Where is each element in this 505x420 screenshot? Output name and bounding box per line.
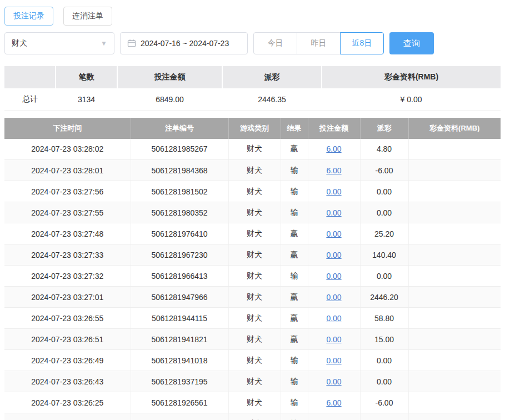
cell-game: 财犬	[228, 202, 281, 223]
bet-amount-link[interactable]: 0.00	[326, 377, 341, 386]
cell-payout: 0.00	[360, 350, 408, 371]
table-row: 2024-07-23 03:27:56 5061281981502 财犬 输 0…	[4, 181, 501, 202]
cell-bonus	[408, 413, 501, 420]
cell-result: 赢	[281, 223, 308, 244]
cell-payout: 0.00	[360, 202, 408, 223]
cell-payout: 140.40	[360, 244, 408, 266]
tab-cancelled-orders[interactable]: 连消注单	[63, 7, 112, 26]
cell-bonus	[408, 350, 501, 371]
cell-game: 财犬	[228, 181, 281, 202]
cell-payout: 25.20	[360, 223, 408, 244]
cell-game: 财犬	[228, 350, 281, 371]
cell-time: 2024-07-23 03:27:55	[4, 202, 131, 223]
cell-game: 财犬	[228, 413, 281, 420]
cell-payout: 58.80	[360, 308, 408, 329]
cell-bet-amount: 0.00	[308, 308, 360, 329]
cell-time: 2024-07-23 03:28:02	[4, 139, 131, 160]
game-select[interactable]: 财犬 ▼	[4, 32, 114, 54]
bet-amount-link[interactable]: 0.00	[326, 314, 341, 323]
summary-header-empty	[4, 66, 56, 88]
cell-time: 2024-07-23 03:27:01	[4, 287, 131, 308]
cell-bet-no: 5061281937195	[131, 371, 228, 392]
yesterday-button[interactable]: 昨日	[297, 32, 341, 54]
cell-time: 2024-07-23 03:27:32	[4, 266, 131, 287]
cell-bet-no: 5061281966413	[131, 266, 228, 287]
summary-total-payout: 2446.35	[222, 88, 322, 111]
table-row: 2024-07-23 03:26:51 5061281941821 财犬 赢 0…	[4, 329, 501, 350]
cell-time: 2024-07-23 03:26:25	[4, 392, 131, 413]
cell-game: 财犬	[228, 329, 281, 350]
cell-time: 2024-07-23 03:26:49	[4, 350, 131, 371]
cell-bet-amount: 0.00	[308, 244, 360, 266]
cell-bonus	[408, 181, 501, 202]
table-row: 2024-07-23 03:26:49 5061281941018 财犬 输 0…	[4, 350, 501, 371]
cell-bet-no: 5061281926561	[131, 392, 228, 413]
records-tbody: 2024-07-23 03:28:02 5061281985267 财犬 赢 6…	[4, 139, 501, 420]
summary-header-payout: 派彩	[222, 66, 322, 88]
last-8-days-button[interactable]: 近8日	[340, 32, 384, 54]
cell-bonus	[408, 160, 501, 181]
records-header-row: 下注时间 注单编号 游戏类别 结果 投注金额 派彩 彩金资料(RMB)	[4, 118, 501, 139]
summary-total-label: 总计	[4, 88, 56, 111]
cell-bet-no: 5061281925717	[131, 413, 228, 420]
cell-payout: 2446.20	[360, 287, 408, 308]
cell-payout: 0.00	[360, 266, 408, 287]
cell-time: 2024-07-23 03:26:24	[4, 413, 131, 420]
cell-bonus	[408, 308, 501, 329]
cell-payout: 4.80	[360, 139, 408, 160]
cell-result: 输	[281, 350, 308, 371]
cell-bet-no: 5061281967230	[131, 244, 228, 266]
bet-amount-link[interactable]: 0.00	[326, 208, 341, 217]
cell-bet-no: 5061281984368	[131, 160, 228, 181]
summary-total-bet-amount: 6849.00	[117, 88, 222, 111]
bet-amount-link[interactable]: 6.00	[326, 144, 341, 153]
cell-result: 赢	[281, 287, 308, 308]
tab-betting-records[interactable]: 投注记录	[4, 7, 53, 26]
today-button[interactable]: 今日	[253, 32, 297, 54]
bet-amount-link[interactable]: 0.00	[326, 251, 341, 259]
summary-header-row: 笔数 投注金额 派彩 彩金资料(RMB)	[4, 66, 501, 88]
table-row: 2024-07-23 03:27:48 5061281976410 财犬 赢 0…	[4, 223, 501, 244]
date-range-picker[interactable]: 2024-07-16 ~ 2024-07-23	[120, 32, 248, 54]
cell-bonus	[408, 392, 501, 413]
cell-time: 2024-07-23 03:27:48	[4, 223, 131, 244]
cell-result: 输	[281, 413, 308, 420]
summary-table: 笔数 投注金额 派彩 彩金资料(RMB) 总计 3134 6849.00 244…	[4, 66, 501, 111]
records-table: 下注时间 注单编号 游戏类别 结果 投注金额 派彩 彩金资料(RMB) 2024…	[4, 118, 501, 420]
cell-bonus	[408, 287, 501, 308]
cell-payout: 0.00	[360, 181, 408, 202]
bet-amount-link[interactable]: 6.00	[326, 166, 341, 175]
cell-game: 财犬	[228, 160, 281, 181]
cell-time: 2024-07-23 03:27:56	[4, 181, 131, 202]
bet-amount-link[interactable]: 0.00	[326, 229, 341, 238]
cell-result: 赢	[281, 244, 308, 266]
bet-amount-link[interactable]: 0.00	[326, 293, 341, 302]
table-row: 2024-07-23 03:27:55 5061281980352 财犬 输 0…	[4, 202, 501, 223]
bet-amount-link[interactable]: 6.00	[326, 398, 341, 407]
cell-bet-no: 5061281941821	[131, 329, 228, 350]
bet-amount-link[interactable]: 0.00	[326, 272, 341, 281]
cell-result: 输	[281, 160, 308, 181]
cell-result: 输	[281, 181, 308, 202]
bet-amount-link[interactable]: 0.00	[326, 356, 341, 365]
header-result: 结果	[281, 118, 308, 139]
cell-result: 输	[281, 392, 308, 413]
header-payout: 派彩	[360, 118, 408, 139]
search-button[interactable]: 查询	[389, 32, 434, 54]
cell-bet-no: 5061281947966	[131, 287, 228, 308]
cell-result: 赢	[281, 308, 308, 329]
cell-payout: -6.00	[360, 392, 408, 413]
header-bet-amount: 投注金额	[308, 118, 360, 139]
cell-time: 2024-07-23 03:26:51	[4, 329, 131, 350]
cell-bet-amount: 0.00	[308, 202, 360, 223]
cell-payout: -6.00	[360, 413, 408, 420]
cell-bet-amount: 0.00	[308, 371, 360, 392]
summary-total-bonus: ¥ 0.00	[322, 88, 501, 111]
cell-result: 输	[281, 266, 308, 287]
bet-amount-link[interactable]: 0.00	[326, 187, 341, 196]
cell-bet-amount: 0.00	[308, 350, 360, 371]
bet-amount-link[interactable]: 0.00	[326, 335, 341, 344]
summary-header-bonus: 彩金资料(RMB)	[322, 66, 501, 88]
cell-bet-no: 5061281985267	[131, 139, 228, 160]
cell-bet-amount: 6.00	[308, 160, 360, 181]
